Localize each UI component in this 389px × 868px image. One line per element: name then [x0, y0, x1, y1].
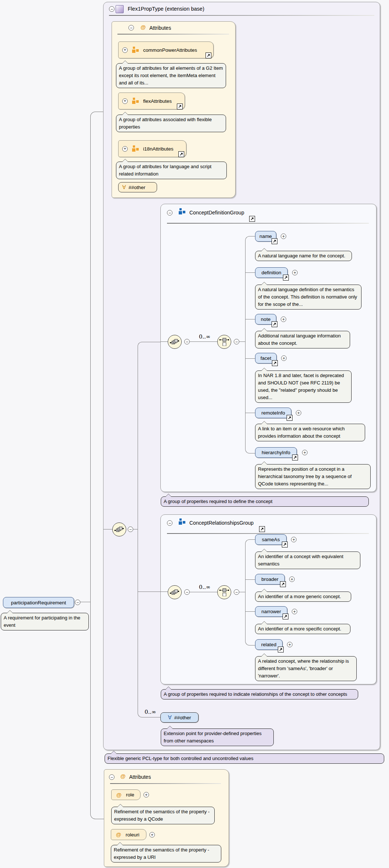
link-icon[interactable] [278, 647, 284, 652]
connector-line [138, 592, 160, 592]
annotation-callout: A group of attributes associated with fl… [116, 115, 226, 132]
attrgroup-commonPowerAttributes[interactable]: + commonPowerAttributes [118, 41, 214, 58]
connector-line [80, 602, 90, 602]
group-title: ConceptRelationshipsGroup [189, 520, 254, 526]
sequence-compositor[interactable] [112, 522, 126, 536]
expand-toggle[interactable]: + [122, 146, 128, 152]
attribute-roleuri[interactable]: @ roleuri [111, 829, 146, 840]
attribute-group-icon [132, 145, 139, 152]
header-separator [110, 783, 221, 784]
link-icon[interactable] [249, 216, 255, 222]
collapse-toggle[interactable]: − [75, 600, 80, 605]
expand-toggle[interactable]: + [122, 98, 128, 104]
link-icon[interactable] [282, 542, 288, 547]
link-icon[interactable] [292, 455, 298, 460]
element-remoteInfo[interactable]: remoteInfo [255, 408, 291, 418]
link-icon[interactable] [177, 104, 183, 109]
element-hierarchyInfo[interactable]: hierarchyInfo [255, 447, 297, 458]
expand-toggle[interactable]: + [281, 355, 287, 361]
choice-compositor[interactable] [217, 585, 231, 599]
connector-line [160, 341, 168, 342]
element-wildcard-other[interactable]: ∀ ##other [160, 712, 199, 723]
sequence-icon [170, 339, 179, 345]
annotation-callout: A natural language name for the concept. [255, 251, 352, 261]
attrgroup-i18nAttributes[interactable]: + i18nAttributes [118, 140, 186, 157]
group-annotation-callout: A group of properites required to indica… [161, 689, 358, 699]
expand-toggle[interactable]: + [287, 642, 292, 647]
annotation-callout: Extension point for provider-defined pro… [161, 728, 274, 746]
collapse-toggle[interactable]: − [167, 520, 172, 526]
header-separator [167, 533, 369, 534]
annotation-callout: An identifier of a more specific concept… [255, 624, 350, 634]
annotation-callout: An identifier of a more generic concept. [255, 592, 351, 602]
link-icon[interactable] [178, 151, 184, 157]
connector-line [190, 341, 217, 342]
expand-toggle[interactable]: + [296, 410, 301, 416]
link-icon[interactable] [259, 526, 265, 532]
attrgroup-flexAttributes[interactable]: + flexAttributes [118, 93, 185, 109]
header-separator [117, 34, 229, 35]
expand-toggle[interactable]: + [149, 832, 155, 838]
expand-toggle[interactable]: + [302, 450, 308, 455]
link-icon[interactable] [206, 53, 211, 58]
connector-line [245, 579, 255, 580]
cardinality-label: 0..∞ [199, 584, 211, 590]
attributes-title: Attributes [129, 774, 151, 780]
link-icon[interactable] [280, 581, 286, 587]
link-icon[interactable] [272, 238, 277, 244]
sequence-compositor[interactable] [168, 335, 182, 349]
link-icon[interactable] [283, 614, 288, 619]
collapse-toggle[interactable]: − [234, 589, 239, 595]
link-icon[interactable] [287, 415, 292, 421]
connector-bracket [90, 112, 104, 819]
collapse-toggle[interactable]: − [109, 6, 114, 12]
link-icon[interactable] [272, 360, 278, 366]
attribute-group-icon [132, 47, 139, 54]
type-annotation-callout: Flexible generic PCL-type for both contr… [105, 753, 384, 764]
choice-icon [219, 588, 229, 596]
collapse-toggle[interactable]: − [167, 210, 172, 216]
expand-toggle[interactable]: + [281, 234, 286, 239]
expand-toggle[interactable]: + [281, 317, 286, 322]
expand-toggle[interactable]: + [122, 47, 128, 53]
branch-connector [138, 342, 161, 717]
annotation-callout: Refinement of the semantics of the prope… [111, 807, 215, 824]
expand-toggle[interactable]: + [291, 537, 297, 542]
sequence-compositor[interactable] [168, 585, 182, 599]
annotation-callout: An identifier of a concept with equivale… [255, 551, 360, 569]
group-icon [178, 208, 186, 215]
group-icon [178, 518, 186, 525]
link-icon[interactable] [283, 275, 289, 281]
annotation-callout: In NAR 1.8 and later, facet is deprecate… [255, 370, 352, 403]
choice-compositor[interactable] [217, 335, 231, 349]
collapse-toggle[interactable]: − [234, 339, 239, 344]
collapse-toggle[interactable]: − [128, 25, 134, 30]
collapse-toggle[interactable]: − [184, 589, 190, 595]
expand-toggle[interactable]: + [143, 792, 149, 798]
expand-toggle[interactable]: + [289, 576, 295, 582]
attribute-wildcard-other[interactable]: ∀ ##other [118, 182, 157, 192]
collapse-toggle[interactable]: − [109, 774, 114, 780]
connector-line [245, 611, 255, 612]
element-label: participationRequirement [11, 600, 66, 605]
annotation-callout: A requirement for participating in the e… [1, 613, 89, 630]
sequence-icon [170, 589, 179, 596]
collapse-toggle[interactable]: − [128, 527, 133, 532]
annotation-callout: A related concept, where the relationshi… [255, 656, 357, 681]
connector-line [245, 413, 255, 413]
branch-connector [245, 236, 255, 453]
connector-line [160, 592, 168, 592]
connector-line [239, 341, 245, 342]
sequence-icon [114, 526, 124, 533]
attribute-icon: @ [141, 24, 146, 30]
collapse-toggle[interactable]: − [184, 339, 190, 344]
expand-toggle[interactable]: + [292, 270, 298, 275]
expand-toggle[interactable]: + [292, 609, 297, 614]
attributes-title: Attributes [149, 25, 171, 31]
element-participationRequirement[interactable]: participationRequirement [3, 597, 74, 608]
annotation-callout: Refinement of the semantics of the prope… [111, 845, 221, 862]
link-icon[interactable] [272, 321, 277, 327]
attrgroup-label: flexAttributes [143, 98, 172, 104]
attribute-icon: @ [116, 832, 121, 838]
attribute-role[interactable]: @ role [111, 789, 141, 800]
